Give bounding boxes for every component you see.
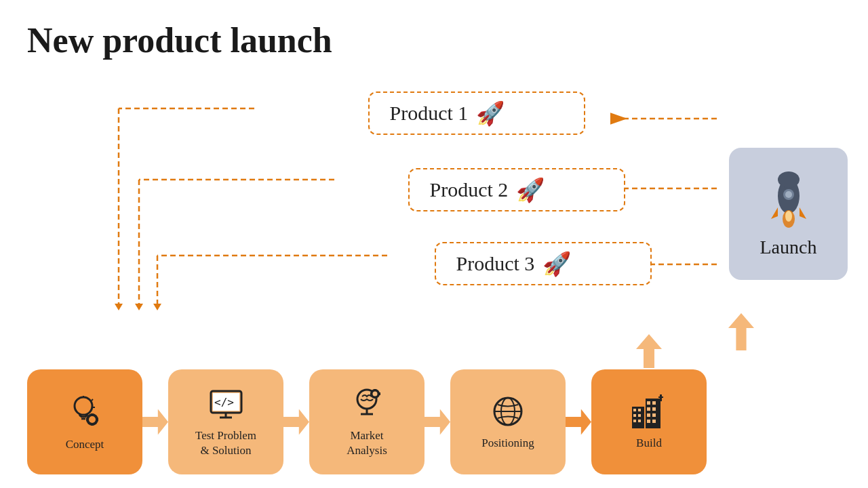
up-arrow-build <box>636 334 662 371</box>
product-1-box: Product 1 🚀 <box>368 92 585 135</box>
product-3-rocket: 🚀 <box>542 250 571 277</box>
concept-shape: Concept <box>27 369 142 474</box>
svg-marker-51 <box>636 334 662 368</box>
market-icon <box>349 386 386 423</box>
product-2-rocket: 🚀 <box>516 176 545 203</box>
svg-text:</>: </> <box>214 396 234 409</box>
process-flow: Concept </> Test Problem& Solution <box>27 369 848 474</box>
svg-marker-19 <box>800 207 806 219</box>
arrow-1 <box>142 409 168 435</box>
svg-marker-12 <box>153 304 161 310</box>
svg-rect-44 <box>370 392 372 395</box>
build-shape: Build <box>591 369 707 474</box>
svg-rect-45 <box>378 392 380 395</box>
launch-rocket-icon <box>762 170 816 231</box>
page: New product launch <box>0 0 868 488</box>
positioning-icon <box>490 393 527 430</box>
svg-point-21 <box>785 211 792 222</box>
svg-rect-57 <box>638 414 641 417</box>
svg-rect-59 <box>638 420 641 422</box>
product-2-label: Product 2 <box>430 178 509 201</box>
product-2-box: Product 2 🚀 <box>408 168 625 211</box>
step-positioning: Positioning <box>450 369 566 474</box>
svg-rect-43 <box>374 396 376 399</box>
svg-rect-67 <box>652 420 656 423</box>
svg-rect-32 <box>86 418 89 421</box>
arrow-2 <box>283 409 309 435</box>
step-market: MarketAnalysis <box>309 369 425 474</box>
svg-rect-63 <box>652 407 656 411</box>
svg-rect-62 <box>647 407 650 411</box>
step-concept: Concept <box>27 369 142 474</box>
launch-box: Launch <box>729 148 848 280</box>
test-shape: </> Test Problem& Solution <box>168 369 283 474</box>
concept-label: Concept <box>66 437 104 452</box>
product-3-label: Product 3 <box>456 252 535 275</box>
svg-point-17 <box>785 191 792 198</box>
svg-point-15 <box>778 171 800 188</box>
svg-rect-54 <box>633 409 636 411</box>
market-shape: MarketAnalysis <box>309 369 425 474</box>
svg-rect-69 <box>658 396 663 398</box>
arrow-3 <box>425 409 450 435</box>
svg-rect-30 <box>91 413 94 416</box>
svg-rect-42 <box>374 389 376 391</box>
concept-icon <box>64 391 105 432</box>
svg-marker-8 <box>135 304 143 310</box>
test-icon: </> <box>208 386 245 423</box>
svg-marker-4 <box>115 304 123 310</box>
build-up-arrow <box>728 313 754 350</box>
arrow-4 <box>566 409 591 435</box>
svg-point-22 <box>75 397 92 415</box>
svg-rect-55 <box>638 409 641 411</box>
svg-rect-65 <box>652 413 656 417</box>
launch-label: Launch <box>760 237 817 258</box>
svg-rect-64 <box>647 413 650 417</box>
svg-rect-61 <box>652 401 656 405</box>
svg-rect-31 <box>91 423 94 426</box>
positioning-shape: Positioning <box>450 369 566 474</box>
positioning-label: Positioning <box>481 436 534 451</box>
svg-rect-58 <box>633 420 636 422</box>
svg-line-26 <box>92 399 93 401</box>
build-icon <box>629 393 669 430</box>
market-label: MarketAnalysis <box>347 428 387 458</box>
svg-rect-56 <box>633 414 636 417</box>
test-label: Test Problem& Solution <box>195 428 256 458</box>
svg-marker-18 <box>771 207 778 219</box>
product-1-rocket: 🚀 <box>476 100 505 127</box>
product-1-label: Product 1 <box>390 102 469 125</box>
svg-point-29 <box>89 416 96 423</box>
step-build: Build <box>591 369 707 474</box>
svg-point-41 <box>372 391 377 396</box>
build-label: Build <box>636 436 662 451</box>
product-3-box: Product 3 🚀 <box>435 242 652 285</box>
step-test: </> Test Problem& Solution <box>168 369 283 474</box>
svg-rect-66 <box>647 420 650 423</box>
svg-rect-33 <box>96 418 98 421</box>
page-title: New product launch <box>27 20 841 60</box>
svg-rect-60 <box>647 401 650 405</box>
